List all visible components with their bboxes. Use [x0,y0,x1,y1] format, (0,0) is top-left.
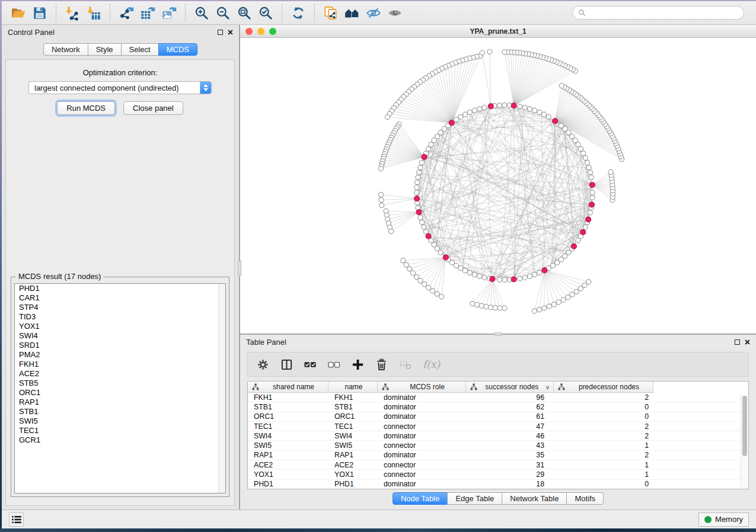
cell-shared-name[interactable]: ORC1 [248,412,328,421]
network-leaf-node[interactable] [570,292,575,297]
import-table-button[interactable] [83,4,104,23]
network-node[interactable] [454,263,458,268]
table-scrollbar[interactable] [741,393,748,488]
cell-name[interactable]: SWI5 [328,441,378,450]
search-field[interactable] [572,6,744,20]
network-node[interactable] [429,142,433,147]
cell-name[interactable]: YOX1 [328,470,378,479]
refresh-layout-button[interactable] [288,4,309,23]
mcds-result-list[interactable]: PHD1CAR1STP4TID3YOX1SWI4SRD1PMA2FKH1ACE2… [14,283,226,493]
network-mcds-hub-node[interactable] [414,196,420,201]
network-mcds-hub-node[interactable] [422,155,427,160]
network-leaf-node[interactable] [547,304,551,309]
network-leaf-node[interactable] [493,305,497,310]
network-mcds-hub-node[interactable] [553,118,558,124]
network-mcds-hub-node[interactable] [589,202,594,207]
cell-shared-name[interactable]: SWI5 [248,441,328,450]
network-node[interactable] [588,170,592,175]
network-node[interactable] [576,238,580,243]
cell-mcds-role[interactable]: connector [378,470,466,479]
network-leaf-node[interactable] [578,286,583,291]
show-columns-button[interactable] [280,358,293,371]
network-leaf-node[interactable] [542,306,547,310]
column-header-mcds-role[interactable]: MCDS role [378,382,466,392]
network-node[interactable] [477,107,481,111]
zoom-in-button[interactable] [191,4,212,23]
maximize-traffic-light[interactable] [269,28,276,35]
cell-successor-nodes[interactable]: 18 [466,480,554,488]
float-panel-icon[interactable] [735,339,740,345]
network-leaf-node[interactable] [414,274,419,279]
zoom-selected-button[interactable] [255,4,276,23]
network-node[interactable] [518,104,522,109]
zoom-fit-button[interactable] [234,4,255,23]
cell-mcds-role[interactable]: connector [378,441,466,450]
mcds-result-item[interactable]: GCR1 [15,435,225,445]
cell-successor-nodes[interactable]: 35 [466,451,554,459]
network-node[interactable] [570,134,575,139]
network-mcds-hub-node[interactable] [443,255,448,260]
network-leaf-node[interactable] [487,49,492,54]
network-leaf-node[interactable] [404,262,409,267]
delete-column-button[interactable] [375,358,388,371]
table-settings-button[interactable] [257,358,269,371]
network-leaf-node[interactable] [426,285,430,290]
task-history-button[interactable] [9,512,24,527]
network-leaf-node[interactable] [561,297,566,302]
network-node[interactable] [588,210,592,215]
cell-mcds-role[interactable]: connector [378,422,466,431]
cell-name[interactable]: RAP1 [328,451,378,459]
network-mcds-hub-node[interactable] [488,104,493,109]
create-column-button[interactable] [352,358,364,371]
network-leaf-node[interactable] [484,305,489,309]
network-node[interactable] [527,107,532,111]
network-node[interactable] [497,103,502,108]
network-titlebar[interactable]: YPA_prune.txt_1 [240,25,756,38]
export-table-button[interactable] [137,4,158,23]
mcds-result-item[interactable]: STP4 [15,303,225,312]
network-node[interactable] [454,117,458,122]
table-row[interactable]: STB1STB1dominator620 [248,402,748,412]
network-leaf-node[interactable] [378,192,383,197]
network-node[interactable] [502,277,507,282]
save-session-button[interactable] [29,4,50,23]
network-node[interactable] [467,110,472,115]
network-leaf-node[interactable] [401,258,406,263]
network-mcds-hub-node[interactable] [586,217,591,222]
mcds-result-item[interactable]: YOX1 [15,322,225,331]
network-node[interactable] [522,275,527,280]
network-node[interactable] [576,142,580,147]
cell-predecessor-nodes[interactable]: 0 [554,480,653,488]
cell-predecessor-nodes[interactable]: 0 [554,412,653,421]
network-node[interactable] [418,215,423,220]
cell-predecessor-nodes[interactable]: 2 [554,422,653,431]
cell-shared-name[interactable]: ACE2 [248,461,328,469]
column-header-name[interactable]: name [328,382,378,392]
cell-successor-nodes[interactable]: 46 [466,432,554,440]
network-mcds-hub-node[interactable] [416,210,422,215]
cell-successor-nodes[interactable]: 62 [466,403,554,411]
network-leaf-node[interactable] [435,291,439,296]
network-node[interactable] [467,270,472,275]
network-mcds-hub-node[interactable] [511,103,516,108]
close-panel-icon[interactable]: × [228,30,233,35]
mcds-result-item[interactable]: TID3 [15,312,225,322]
cell-successor-nodes[interactable]: 47 [466,422,554,431]
export-network-button[interactable] [116,4,137,23]
network-mcds-hub-node[interactable] [426,233,431,239]
network-node[interactable] [502,102,507,107]
network-node[interactable] [537,270,542,275]
clone-network-button[interactable] [320,4,342,23]
network-node[interactable] [415,180,420,185]
network-node[interactable] [414,185,419,190]
cell-shared-name[interactable]: TEC1 [248,422,328,431]
cell-shared-name[interactable]: FKH1 [248,393,328,402]
network-leaf-node[interactable] [502,50,507,55]
network-graph[interactable] [240,38,756,334]
cell-predecessor-nodes[interactable]: 1 [554,470,653,479]
network-mcds-hub-node[interactable] [542,268,547,273]
close-panel-icon[interactable]: × [745,339,750,345]
network-node[interactable] [581,151,586,156]
network-node[interactable] [550,263,555,268]
table-row[interactable]: YOX1YOX1connector291 [248,470,748,479]
